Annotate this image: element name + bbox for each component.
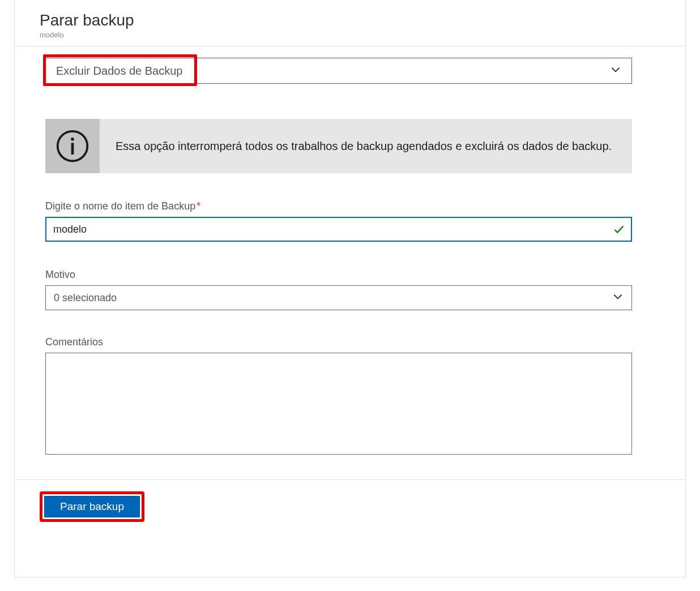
comments-textarea[interactable] <box>45 353 632 455</box>
chevron-down-icon <box>612 291 624 305</box>
page-subtitle: modelo <box>40 31 685 39</box>
info-banner-text: Essa opção interromperá todos os trabalh… <box>100 140 612 153</box>
svg-rect-2 <box>71 143 74 155</box>
reason-dropdown-value: 0 selecionado <box>54 292 117 304</box>
backup-action-dropdown[interactable]: Excluir Dados de Backup <box>45 58 632 84</box>
required-asterisk: * <box>197 200 200 212</box>
info-banner: Essa opção interromperá todos os trabalh… <box>45 119 632 173</box>
backup-action-dropdown-value: Excluir Dados de Backup <box>56 65 182 78</box>
page-title: Parar backup <box>40 11 685 29</box>
chevron-down-icon <box>610 64 621 78</box>
comments-label: Comentários <box>45 336 632 348</box>
item-name-input[interactable] <box>45 217 632 242</box>
svg-point-1 <box>71 138 74 141</box>
reason-label: Motivo <box>45 269 632 281</box>
reason-dropdown[interactable]: 0 selecionado <box>45 285 632 310</box>
stop-backup-button[interactable]: Parar backup <box>44 496 140 517</box>
info-icon <box>45 119 100 173</box>
item-name-label: Digite o nome do item de Backup* <box>45 200 632 212</box>
